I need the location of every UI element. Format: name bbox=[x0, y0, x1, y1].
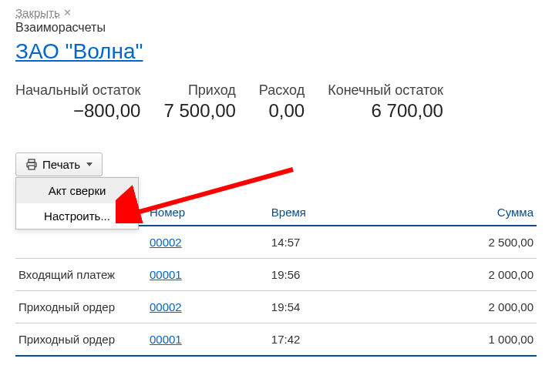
income-value: 7 500,00 bbox=[163, 100, 235, 122]
svg-rect-2 bbox=[29, 166, 35, 169]
row-time: 19:54 bbox=[268, 291, 388, 323]
row-time: 14:57 bbox=[268, 226, 388, 259]
row-number-link[interactable]: 00002 bbox=[150, 236, 182, 249]
row-type: Входящий платеж bbox=[15, 259, 146, 291]
col-sum: Сумма bbox=[388, 199, 537, 226]
chevron-down-icon bbox=[86, 162, 93, 166]
row-sum: 2 000,00 bbox=[388, 259, 537, 291]
row-number-link[interactable]: 00001 bbox=[150, 333, 182, 346]
expense-value: 0,00 bbox=[259, 100, 305, 122]
breadcrumb: Взаиморасчеты bbox=[15, 21, 537, 35]
close-link[interactable]: Закрыть bbox=[15, 6, 60, 19]
end-balance-value: 6 700,00 bbox=[328, 100, 443, 122]
row-type bbox=[15, 226, 146, 259]
table-row: Входящий платеж 00001 19:56 2 000,00 bbox=[15, 259, 537, 291]
start-balance-label: Начальный остаток bbox=[15, 82, 140, 99]
row-number-link[interactable]: 00002 bbox=[150, 300, 182, 313]
print-dropdown: Акт сверки Настроить... bbox=[15, 177, 139, 230]
dropdown-item-reconciliation[interactable]: Акт сверки bbox=[16, 178, 138, 203]
row-sum: 2 500,00 bbox=[388, 226, 537, 259]
row-sum: 1 000,00 bbox=[388, 323, 537, 357]
row-type: Приходный ордер bbox=[15, 323, 146, 357]
end-balance-label: Конечный остаток bbox=[328, 82, 443, 99]
col-number: Номер bbox=[146, 199, 268, 226]
svg-point-3 bbox=[34, 163, 35, 165]
row-time: 17:42 bbox=[268, 323, 388, 357]
col-time: Время bbox=[268, 199, 388, 226]
row-time: 19:56 bbox=[268, 259, 388, 291]
dropdown-item-configure[interactable]: Настроить... bbox=[16, 203, 138, 229]
table-row: 00002 14:57 2 500,00 bbox=[15, 226, 537, 259]
table-row: Приходный ордер 00001 17:42 1 000,00 bbox=[15, 323, 537, 357]
income-label: Приход bbox=[163, 82, 235, 99]
table-row: Приходный ордер 00002 19:54 2 000,00 bbox=[15, 291, 537, 323]
printer-icon bbox=[25, 159, 38, 171]
page-title-link[interactable]: ЗАО "Волна" bbox=[15, 39, 143, 64]
print-button[interactable]: Печать Акт сверки Настроить... bbox=[15, 152, 103, 176]
close-icon[interactable]: ✕ bbox=[63, 7, 72, 18]
row-sum: 2 000,00 bbox=[388, 291, 537, 323]
print-button-label: Печать bbox=[42, 158, 80, 171]
row-type: Приходный ордер bbox=[15, 291, 146, 323]
row-number-link[interactable]: 00001 bbox=[150, 268, 182, 281]
summary-row: Начальный остаток −800,00 Приход 7 500,0… bbox=[15, 82, 537, 122]
expense-label: Расход bbox=[259, 82, 305, 99]
start-balance-value: −800,00 bbox=[15, 100, 140, 122]
svg-rect-0 bbox=[29, 159, 35, 162]
